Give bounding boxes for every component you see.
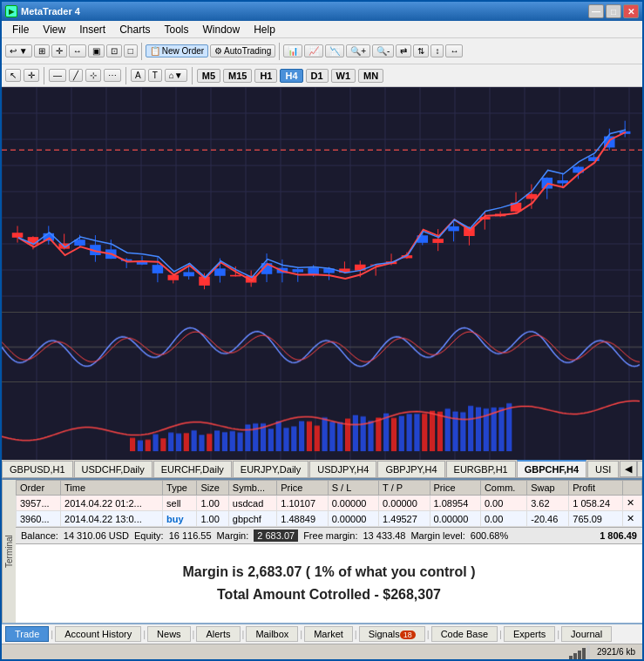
new-order-button[interactable]: 📋 New Order (146, 44, 208, 57)
text-tool2[interactable]: T (148, 69, 162, 82)
menu-view[interactable]: View (36, 22, 72, 37)
menu-file[interactable]: File (5, 22, 36, 37)
toolbar-zoom4[interactable]: 🔍+ (346, 44, 370, 57)
menu-tools[interactable]: Tools (158, 22, 196, 37)
sub-chart-canvas[interactable] (2, 382, 642, 460)
menu-charts[interactable]: Charts (112, 22, 157, 37)
cell-sl: 0.00000 (328, 511, 378, 527)
draw-tool3[interactable]: ⋯ (104, 69, 121, 82)
balance-right-value: 1 806.49 (600, 530, 637, 541)
col-price2: Price (430, 481, 480, 496)
draw-tool2[interactable]: ⊹ (85, 69, 101, 82)
menu-help[interactable]: Help (247, 22, 282, 37)
tab-sep6: | (355, 629, 357, 639)
col-order: Order (17, 481, 61, 496)
tab-trade[interactable]: Trade (5, 626, 49, 642)
menu-window[interactable]: Window (196, 22, 247, 37)
cursor-tool[interactable]: ↖ (5, 69, 21, 82)
crosshair-tool[interactable]: ✛ (24, 69, 39, 82)
toolbar-zoom1[interactable]: 📊 (283, 44, 302, 57)
terminal-inner: Terminal Order Time Type Size Symb... Pr… (2, 480, 642, 623)
autotrading-button[interactable]: ⚙ AutoTrading (210, 44, 275, 57)
tab-mailbox[interactable]: Mailbox (246, 626, 298, 642)
toolbar-btn7[interactable]: □ (124, 44, 138, 57)
chart-tabs: GBPUSD,H1 USDCHF,Daily EURCHF,Daily EURJ… (2, 460, 642, 478)
toolbar-btn6[interactable]: ⊡ (106, 44, 122, 57)
tf-m15[interactable]: M15 (223, 69, 252, 83)
toolbar-zoom2[interactable]: 📈 (304, 44, 323, 57)
chart-area[interactable] (2, 87, 642, 460)
chart-main[interactable] (2, 87, 642, 312)
toolbar-zoom3[interactable]: 📉 (325, 44, 344, 57)
chart-tab-gbpchf[interactable]: GBPCHF,H4 (517, 460, 586, 477)
text-tool[interactable]: A (131, 69, 146, 82)
tab-market[interactable]: Market (304, 626, 353, 642)
tf-m5[interactable]: M5 (197, 69, 220, 83)
tab-codebase[interactable]: Code Base (431, 626, 498, 642)
tab-experts[interactable]: Experts (504, 626, 555, 642)
toolbar-prop4[interactable]: ↔ (445, 44, 463, 57)
cell-comm: 0.00 (480, 496, 526, 511)
cell-close[interactable]: ✕ (623, 511, 642, 527)
chart-tab-prev[interactable]: ◀ (620, 461, 637, 477)
menu-insert[interactable]: Insert (72, 22, 112, 37)
window-controls[interactable]: — □ ✕ (588, 4, 639, 18)
col-symbol: Symb... (228, 481, 276, 496)
minimize-button[interactable]: — (588, 4, 604, 18)
tab-sep2: | (143, 629, 146, 639)
cell-profit: 765.09 (569, 511, 623, 527)
bottom-tabs: Trade | Account History | News | Alerts … (2, 623, 642, 644)
toolbar-prop[interactable]: ⇄ (396, 44, 411, 57)
tf-mn[interactable]: MN (358, 69, 383, 83)
main-chart-canvas[interactable] (2, 87, 642, 312)
line-tool[interactable]: — (49, 69, 66, 82)
toolbar-zoom5[interactable]: 🔍- (372, 44, 394, 57)
tab-sep7: | (427, 629, 430, 639)
tb2-sep2 (125, 67, 126, 84)
chart-tab-eurjpy[interactable]: EURJPY,Daily (233, 461, 309, 477)
margin-level-value: 600.68% (471, 530, 508, 541)
free-margin-value: 13 433.48 (363, 530, 405, 541)
tf-h4[interactable]: H4 (280, 69, 302, 83)
cell-symbol: gbpchf (228, 511, 276, 527)
chart-tab-usi[interactable]: USI (587, 461, 619, 477)
table-row: 3960... 2014.04.22 13:0... buy 1.00 gbpc… (17, 511, 642, 527)
cell-size: 1.00 (197, 496, 228, 511)
tab-signals[interactable]: Signals18 (359, 626, 425, 642)
maximize-button[interactable]: □ (606, 4, 621, 18)
draw-tool[interactable]: ╱ (69, 69, 83, 82)
cell-close[interactable]: ✕ (623, 496, 642, 511)
chart-tab-eurchf[interactable]: EURCHF,Daily (153, 461, 232, 477)
shape-tool[interactable]: ⌂▼ (165, 69, 187, 82)
toolbar-btn4[interactable]: ↔ (69, 44, 86, 57)
tf-d1[interactable]: D1 (306, 69, 329, 83)
chart-tab-gbpusd[interactable]: GBPUSD,H1 (2, 461, 73, 477)
terminal-content: Order Time Type Size Symb... Price S / L… (16, 480, 642, 623)
cell-swap: 3.62 (527, 496, 569, 511)
close-button[interactable]: ✕ (623, 4, 639, 18)
tab-alerts[interactable]: Alerts (196, 626, 240, 642)
chart-tab-eurgbp[interactable]: EURGBP,H1 (446, 461, 516, 477)
toolbar-arrow[interactable]: ↩ ▼ (5, 44, 32, 57)
chart-indicator-area[interactable] (2, 312, 642, 381)
tab-account-history[interactable]: Account History (55, 626, 141, 642)
chart-tab-gbpjpy[interactable]: GBPJPY,H4 (377, 461, 444, 477)
indicator-chart-canvas[interactable] (2, 313, 642, 381)
toolbar-prop2[interactable]: ⇅ (413, 44, 429, 57)
tab-news[interactable]: News (147, 626, 191, 642)
cell-price: 1.08954 (430, 496, 480, 511)
menu-bar: File View Insert Charts Tools Window Hel… (2, 21, 642, 38)
toolbar-btn3[interactable]: ✛ (51, 44, 67, 57)
table-row: 3957... 2014.04.22 01:2... sell 1.00 usd… (17, 496, 642, 511)
toolbar-prop3[interactable]: ↕ (430, 44, 444, 57)
chart-tab-next[interactable]: ▶ (637, 461, 642, 477)
tab-journal[interactable]: Journal (561, 626, 612, 642)
tf-w1[interactable]: W1 (331, 69, 356, 83)
toolbar-btn5[interactable]: ▣ (88, 44, 105, 57)
chart-tab-usdchf[interactable]: USDCHF,Daily (74, 461, 153, 477)
toolbar-btn2[interactable]: ⊞ (34, 44, 50, 57)
chart-tab-usdjpy[interactable]: USDJPY,H4 (309, 461, 376, 477)
balance-bar: Balance: 14 310.06 USD Equity: 16 116.55… (16, 527, 642, 544)
tf-h1[interactable]: H1 (254, 69, 277, 83)
chart-sub-area[interactable] (2, 381, 642, 460)
